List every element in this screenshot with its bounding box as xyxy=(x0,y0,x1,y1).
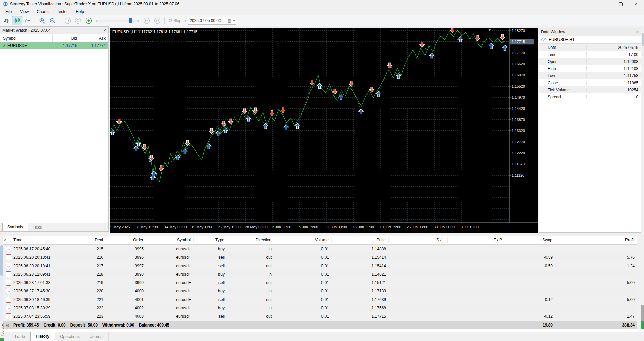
column-bid[interactable]: Bid xyxy=(53,34,79,42)
column-volume[interactable]: Volume xyxy=(274,237,332,243)
column-symbol[interactable]: Symbol xyxy=(146,237,194,243)
chart-background xyxy=(110,28,538,232)
calendar-icon[interactable]: ▦ xyxy=(226,18,232,23)
candles-chart-button[interactable] xyxy=(12,16,22,25)
cell: in xyxy=(227,247,274,251)
restore-button[interactable] xyxy=(613,0,629,8)
expand-icon[interactable] xyxy=(6,323,13,328)
history-close-icon[interactable] xyxy=(3,238,13,243)
speed-slider[interactable] xyxy=(96,18,139,23)
column-ask[interactable]: Ask xyxy=(79,34,108,42)
table-row[interactable]: ←2025.06.20 20:18:412163996eurusd+sellou… xyxy=(3,253,637,261)
chevron-down-icon[interactable]: ▾ xyxy=(232,19,236,23)
time-tick-label: 30 Jun 11:00 xyxy=(434,225,455,229)
column-time[interactable]: Time xyxy=(13,237,69,243)
tab-trade[interactable]: Trade xyxy=(9,332,30,341)
cell: 219 xyxy=(69,280,106,285)
price-tick-label: 1.14970 xyxy=(512,95,525,99)
column-swap[interactable]: Swap xyxy=(505,237,555,243)
history-left-scrollbar[interactable] xyxy=(0,245,3,321)
cell: 0.01 xyxy=(274,264,332,268)
data-window-row: Date2025.05.15 xyxy=(539,44,641,51)
skip-to-date-input[interactable] xyxy=(188,18,226,23)
menu-item-tester[interactable]: Tester xyxy=(53,9,72,15)
zoom-in-button[interactable] xyxy=(37,16,47,25)
line-chart-button[interactable] xyxy=(23,16,32,25)
toolbox-tabs: TradeHistoryOperationsJournal xyxy=(7,332,644,341)
price-tick-label: 1.15520 xyxy=(512,84,525,88)
column-sl[interactable]: S / L xyxy=(389,237,448,243)
skip-to-end-button[interactable] xyxy=(152,16,162,25)
price-tick-label: 1.12770 xyxy=(512,140,525,144)
close-button[interactable] xyxy=(629,0,644,8)
toolbox-sidebar-label[interactable]: Toolbox xyxy=(0,321,6,339)
table-row[interactable]: →2025.06.23 12:09:412183998eurusd+buyin0… xyxy=(3,270,637,278)
rewind-button[interactable] xyxy=(83,16,93,25)
field-value: 1.11865 xyxy=(587,81,641,85)
bar-chart-button[interactable] xyxy=(2,16,11,25)
deal-icon-cell: ← xyxy=(3,280,13,286)
column-direction[interactable]: Direction xyxy=(227,237,274,243)
symbol-name: EURUSD+ xyxy=(7,43,27,48)
tab-journal[interactable]: Journal xyxy=(85,332,109,341)
column-symbol[interactable]: Symbol xyxy=(0,34,53,42)
data-window-row: Spread0 xyxy=(539,93,641,100)
tab-symbols[interactable]: Symbols xyxy=(2,223,28,231)
slider-thumb[interactable] xyxy=(129,18,132,23)
fast-forward-button[interactable] xyxy=(142,16,151,25)
summary-item: Balance: 409.45 xyxy=(139,323,169,328)
cell: 0.01 xyxy=(274,255,332,260)
column-tp[interactable]: T / P xyxy=(448,237,505,243)
column-type[interactable]: Type xyxy=(194,237,227,243)
scrollbar-thumb[interactable] xyxy=(0,245,3,276)
cell: sell xyxy=(194,280,227,285)
tab-history[interactable]: History xyxy=(30,332,55,341)
market-watch-empty-area xyxy=(0,49,108,223)
minimize-button[interactable] xyxy=(598,0,613,8)
data-window-close-icon[interactable] xyxy=(636,30,639,34)
history-right-scrollbar[interactable] xyxy=(641,236,644,329)
market-watch-title: Market Watch : 2025.07.04 xyxy=(2,28,103,33)
stop-button[interactable] xyxy=(73,16,83,25)
data-window-scrollbar[interactable] xyxy=(642,28,644,232)
data-window-row: Tick Volume10254 xyxy=(539,86,641,93)
column-deal[interactable]: Deal xyxy=(69,237,106,243)
pause-button[interactable] xyxy=(63,16,72,25)
cell: 3999 xyxy=(106,280,146,285)
menu-bar: FileViewChartsTesterHelp xyxy=(0,8,644,15)
tab-operations[interactable]: Operations xyxy=(55,332,85,341)
line-chart-icon xyxy=(24,18,31,23)
menu-item-charts[interactable]: Charts xyxy=(33,9,53,15)
menu-item-view[interactable]: View xyxy=(16,9,33,15)
table-row[interactable]: →2025.06.27 17:45:302204000eurusd+buyin0… xyxy=(3,287,637,295)
cell: -0.59 xyxy=(505,264,555,268)
cell: 0.01 xyxy=(274,314,332,319)
price-chart[interactable]: 1.182701.171701.166201.160701.155201.149… xyxy=(110,28,538,232)
menu-item-help[interactable]: Help xyxy=(72,9,88,15)
data-window-symbol-row: EURUSD+,H1 xyxy=(539,36,641,44)
market-watch-close-icon[interactable] xyxy=(103,28,106,33)
table-row[interactable]: ←2025.06.23 17:01:382193999eurusd+sellou… xyxy=(3,278,637,287)
slider-track xyxy=(96,20,139,22)
field-label: Close xyxy=(539,81,587,85)
table-row[interactable]: →2025.07.03 15:30:292224002eurusd+buyin0… xyxy=(3,304,637,312)
tab-ticks[interactable]: Ticks xyxy=(28,223,47,231)
cell: eurusd+ xyxy=(146,247,194,251)
field-value: 1.11758 xyxy=(587,73,641,78)
menu-item-file[interactable]: File xyxy=(1,9,16,15)
column-profit[interactable]: Profit xyxy=(555,237,637,243)
deal-out-icon: ← xyxy=(6,297,11,303)
skip-to-end-icon xyxy=(154,17,161,24)
restore-icon xyxy=(619,2,623,6)
column-order[interactable]: Order xyxy=(106,237,146,243)
table-row[interactable]: ←2025.06.20 20:18:412173997eurusd+sellou… xyxy=(3,261,637,270)
table-row[interactable]: ←2025.07.04 23:56:592234003eurusd+sellou… xyxy=(3,312,637,320)
table-row[interactable]: ←2025.06.30 18:46:392214001eurusd+sellou… xyxy=(3,295,637,304)
time-tick-label: 25 Jun 03:00 xyxy=(407,225,428,229)
scrollbar-thumb[interactable] xyxy=(642,33,644,46)
table-row[interactable]: →2025.06.17 20:45:402153995eurusd+buyin0… xyxy=(3,245,637,253)
zoom-out-button[interactable] xyxy=(48,16,58,25)
summary-text: Profit: 359.45Credit: 0.00Deposit: 50.00… xyxy=(13,323,505,328)
column-price[interactable]: Price xyxy=(332,237,389,243)
market-watch-row[interactable]: EURUSD+1.177151.17774 xyxy=(0,42,108,49)
